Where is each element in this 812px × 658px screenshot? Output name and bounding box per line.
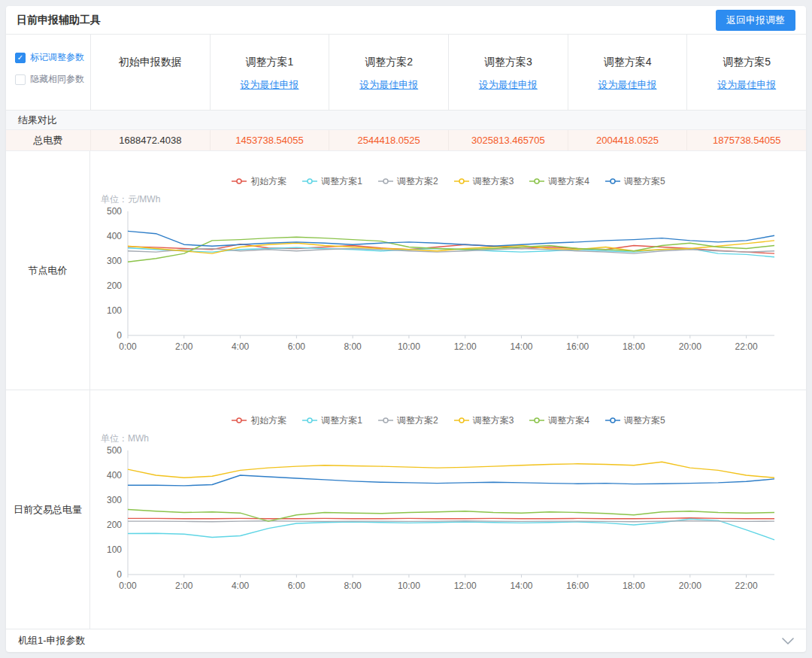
svg-text:500: 500	[107, 206, 122, 217]
unit-label: 单位：元/MWh	[101, 193, 806, 205]
legend-line-icon	[453, 417, 470, 424]
legend-item-调整方案2[interactable]: 调整方案2	[377, 175, 438, 188]
svg-text:20:00: 20:00	[679, 581, 701, 591]
legend-label: 调整方案4	[548, 414, 589, 427]
legend-item-初始方案[interactable]: 初始方案	[231, 175, 286, 188]
page-title: 日前申报辅助工具	[17, 14, 101, 27]
svg-text:18:00: 18:00	[623, 581, 645, 591]
legend-label: 初始方案	[250, 175, 286, 188]
svg-text:200: 200	[107, 280, 122, 291]
legend-line-icon	[377, 417, 394, 424]
legend-line-icon	[301, 177, 318, 185]
legend-label: 调整方案5	[624, 414, 665, 427]
legend-line-icon	[231, 177, 247, 185]
legend-label: 调整方案5	[624, 175, 665, 188]
legend-item-调整方案5[interactable]: 调整方案5	[604, 175, 665, 188]
column-title: 调整方案5	[723, 56, 771, 69]
total-fee-value-plan3: 3025813.465705	[448, 130, 568, 150]
svg-text:0:00: 0:00	[119, 341, 137, 352]
legend-line-icon	[604, 417, 621, 424]
chevron-down-icon[interactable]	[782, 638, 794, 644]
total-fee-value-plan2: 2544418.0525	[329, 130, 448, 150]
legend-item-调整方案4[interactable]: 调整方案4	[529, 175, 589, 188]
svg-text:0: 0	[117, 330, 122, 341]
node-price-chart-row: 节点电价 初始方案调整方案1调整方案2调整方案3调整方案4调整方案5 单位：元/…	[6, 151, 806, 390]
unit1-params-section[interactable]: 机组1-申报参数	[6, 629, 806, 652]
svg-text:300: 300	[107, 495, 122, 505]
legend-line-icon	[529, 177, 545, 185]
main-panel: 日前申报辅助工具 返回申报调整 ✓ 标记调整参数 隐藏相同参数 初始申报数据 调…	[6, 6, 806, 652]
svg-text:4:00: 4:00	[232, 581, 250, 591]
legend-item-调整方案3[interactable]: 调整方案3	[453, 175, 514, 188]
set-best-link-4[interactable]: 设为最佳申报	[598, 78, 657, 92]
legend-label: 调整方案1	[321, 175, 362, 188]
line-chart: 01002003004005000:002:004:006:008:0010:0…	[90, 205, 804, 356]
trade-volume-label: 日前交易总电量	[6, 390, 90, 629]
svg-text:6:00: 6:00	[288, 341, 306, 352]
column-title: 调整方案1	[246, 56, 294, 69]
hide-same-label: 隐藏相同参数	[30, 73, 84, 86]
hide-same-option[interactable]: 隐藏相同参数	[15, 73, 84, 86]
legend-label: 调整方案3	[473, 175, 514, 188]
column-plan-2: 调整方案2 设为最佳申报	[329, 35, 448, 110]
svg-text:100: 100	[107, 305, 122, 316]
legend-line-icon	[453, 177, 470, 185]
svg-text:20:00: 20:00	[679, 341, 701, 352]
plan-header-row: ✓ 标记调整参数 隐藏相同参数 初始申报数据 调整方案1 设为最佳申报 调整方案…	[6, 35, 806, 111]
svg-text:4:00: 4:00	[232, 341, 250, 352]
legend-item-初始方案[interactable]: 初始方案	[231, 414, 286, 427]
checkbox-checked-icon[interactable]: ✓	[15, 53, 26, 63]
legend-item-调整方案5[interactable]: 调整方案5	[604, 414, 665, 427]
back-button[interactable]: 返回申报调整	[716, 10, 795, 31]
svg-text:12:00: 12:00	[454, 341, 477, 352]
svg-text:22:00: 22:00	[735, 341, 758, 352]
total-fee-label: 总电费	[6, 130, 90, 150]
legend-item-调整方案1[interactable]: 调整方案1	[301, 175, 362, 188]
legend-line-icon	[377, 177, 394, 185]
legend-item-调整方案1[interactable]: 调整方案1	[301, 414, 362, 427]
legend-label: 调整方案2	[397, 414, 438, 427]
svg-text:10:00: 10:00	[398, 341, 420, 352]
legend-label: 初始方案	[250, 414, 286, 427]
column-plan-5: 调整方案5 设为最佳申报	[686, 35, 806, 110]
column-plan-3: 调整方案3 设为最佳申报	[448, 35, 568, 110]
legend-item-调整方案2[interactable]: 调整方案2	[377, 414, 438, 427]
legend-item-调整方案4[interactable]: 调整方案4	[529, 414, 589, 427]
svg-text:22:00: 22:00	[735, 581, 758, 591]
total-fee-value-initial: 1688472.4038	[90, 130, 210, 150]
svg-text:300: 300	[107, 256, 122, 266]
column-plan-4: 调整方案4 设为最佳申报	[568, 35, 687, 110]
svg-text:0:00: 0:00	[119, 581, 137, 591]
legend-item-调整方案3[interactable]: 调整方案3	[453, 414, 514, 427]
line-chart: 01002003004005000:002:004:006:008:0010:0…	[90, 444, 804, 595]
svg-text:18:00: 18:00	[623, 341, 645, 352]
set-best-link-1[interactable]: 设为最佳申报	[241, 78, 299, 92]
svg-text:14:00: 14:00	[510, 341, 532, 352]
svg-text:6:00: 6:00	[288, 581, 306, 591]
svg-text:8:00: 8:00	[344, 581, 362, 591]
set-best-link-3[interactable]: 设为最佳申报	[479, 78, 538, 92]
svg-text:2:00: 2:00	[175, 581, 193, 591]
set-best-link-5[interactable]: 设为最佳申报	[717, 78, 776, 92]
node-price-label: 节点电价	[6, 151, 90, 390]
svg-text:8:00: 8:00	[344, 341, 362, 352]
legend-label: 调整方案1	[321, 414, 362, 427]
checkbox-unchecked-icon[interactable]	[15, 74, 26, 85]
result-section-title: 结果对比	[6, 111, 806, 130]
svg-text:2:00: 2:00	[175, 341, 193, 352]
legend-line-icon	[604, 177, 621, 185]
svg-text:500: 500	[107, 445, 122, 456]
unit1-params-title: 机组1-申报参数	[18, 634, 86, 647]
chart-legend: 初始方案调整方案1调整方案2调整方案3调整方案4调整方案5	[90, 174, 806, 189]
column-initial-data: 初始申报数据	[90, 35, 210, 110]
svg-text:16:00: 16:00	[566, 581, 589, 591]
mark-adjusted-option[interactable]: ✓ 标记调整参数	[15, 51, 84, 64]
legend-label: 调整方案4	[548, 175, 589, 188]
svg-text:400: 400	[107, 231, 122, 241]
legend-line-icon	[231, 417, 247, 424]
legend-label: 调整方案3	[473, 414, 514, 427]
legend-line-icon	[529, 417, 545, 424]
svg-text:12:00: 12:00	[454, 581, 477, 591]
set-best-link-2[interactable]: 设为最佳申报	[359, 78, 418, 92]
svg-text:16:00: 16:00	[566, 341, 589, 352]
